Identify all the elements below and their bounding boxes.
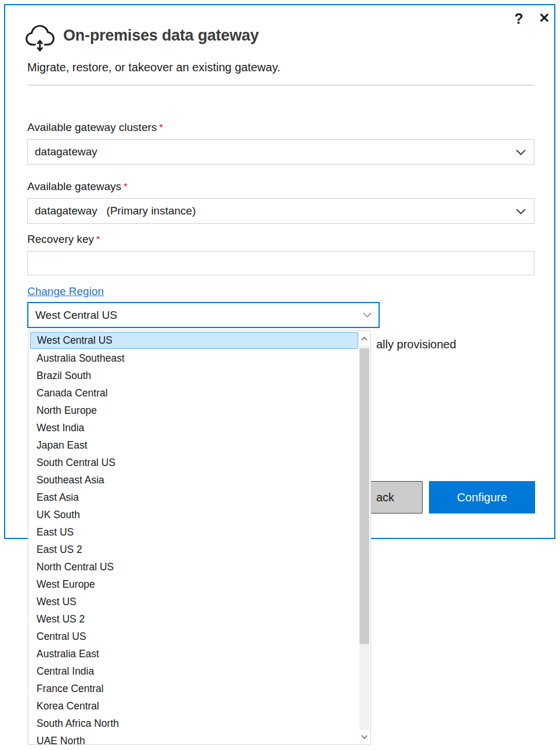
divider — [27, 85, 534, 86]
region-option[interactable]: Canada Central — [28, 384, 355, 402]
gateways-label-text: Available gateways — [27, 180, 121, 192]
scroll-up-icon[interactable] — [359, 332, 369, 345]
provisioned-partial-text: ally provisioned — [376, 338, 456, 351]
region-combobox[interactable]: West Central US — [27, 302, 380, 328]
region-option[interactable]: North Europe — [28, 402, 355, 419]
close-button[interactable]: ✕ — [537, 10, 552, 26]
chevron-down-icon — [516, 209, 526, 214]
region-option[interactable]: South Africa North — [28, 715, 355, 732]
chevron-down-icon — [516, 150, 526, 155]
scroll-down-icon[interactable] — [359, 730, 369, 744]
chevron-down-icon — [363, 312, 372, 318]
required-asterisk: * — [96, 234, 100, 245]
required-asterisk: * — [159, 122, 163, 133]
region-option[interactable]: East Asia — [28, 489, 355, 506]
region-option[interactable]: Australia East — [28, 645, 355, 662]
recovery-key-input[interactable] — [27, 251, 534, 275]
recovery-key-label-text: Recovery key — [27, 233, 94, 245]
gateways-label: Available gateways* — [27, 180, 128, 193]
clusters-select-value: datagateway — [35, 145, 97, 158]
change-region-link[interactable]: Change Region — [27, 285, 104, 298]
required-asterisk: * — [123, 181, 128, 192]
region-option[interactable]: Japan East — [28, 436, 355, 454]
region-option[interactable]: Central US — [28, 628, 355, 645]
region-option[interactable]: Korea Central — [28, 697, 355, 715]
scrollbar[interactable] — [359, 332, 369, 744]
region-dropdown-panel: West Central USAustralia SoutheastBrazil… — [28, 330, 371, 745]
scrollbar-thumb[interactable] — [359, 348, 369, 644]
region-list: West Central USAustralia SoutheastBrazil… — [28, 332, 370, 745]
region-option[interactable]: Central India — [28, 662, 355, 680]
region-option[interactable]: East US 2 — [28, 541, 355, 558]
region-combobox-value: West Central US — [35, 309, 117, 321]
region-option[interactable]: Australia Southeast — [28, 349, 355, 367]
region-option[interactable]: North Central US — [28, 558, 355, 576]
page-title: On-premises data gateway — [63, 27, 259, 45]
region-option[interactable]: UAE North — [28, 732, 355, 745]
gateways-select[interactable]: datagateway (Primary instance) — [27, 198, 534, 224]
region-option[interactable]: France Central — [28, 680, 355, 697]
clusters-label: Available gateway clusters* — [27, 121, 163, 134]
configure-button[interactable]: Configure — [429, 481, 535, 514]
region-option[interactable]: UK South — [28, 506, 355, 523]
region-option[interactable]: West US — [28, 593, 355, 610]
recovery-key-label: Recovery key* — [27, 233, 100, 246]
region-option[interactable]: West Europe — [28, 576, 355, 593]
help-button[interactable]: ? — [511, 10, 526, 27]
region-option[interactable]: South Central US — [28, 454, 355, 471]
region-option[interactable]: Southeast Asia — [28, 471, 355, 489]
page-subtitle: Migrate, restore, or takeover an existin… — [27, 61, 281, 74]
region-option[interactable]: West US 2 — [28, 610, 355, 628]
region-option[interactable]: Brazil South — [28, 367, 355, 384]
region-option[interactable]: West India — [28, 419, 355, 436]
cloud-sync-icon — [25, 20, 57, 53]
region-option[interactable]: East US — [28, 523, 355, 541]
clusters-select[interactable]: datagateway — [27, 139, 534, 165]
screen: ? ✕ On-premises data gateway Migrate, re… — [0, 0, 560, 750]
gateways-select-value: datagateway (Primary instance) — [35, 205, 196, 217]
region-option[interactable]: West Central US — [30, 332, 358, 349]
clusters-label-text: Available gateway clusters — [27, 121, 157, 133]
